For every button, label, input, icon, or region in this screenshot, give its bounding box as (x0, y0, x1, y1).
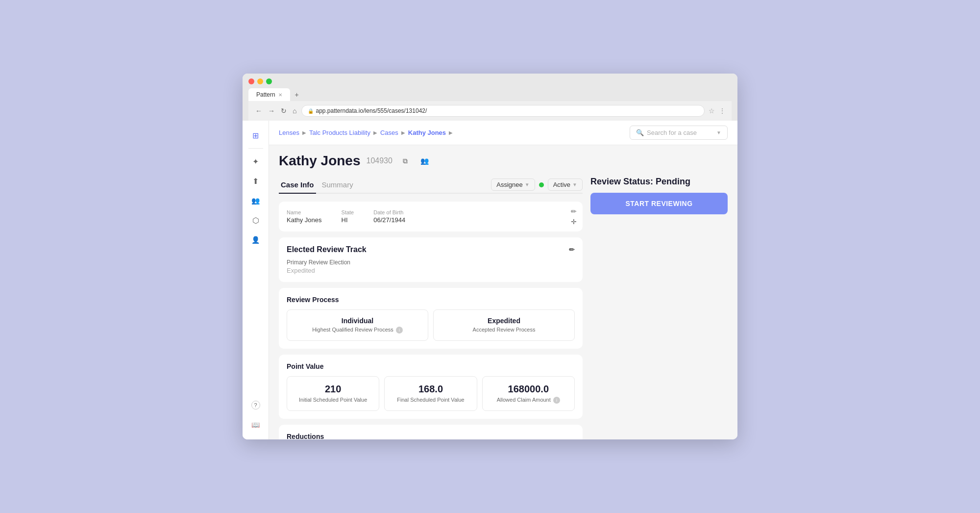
person-icon: 👤 (251, 236, 260, 244)
expedited-subtitle: Accepted Review Process (441, 327, 566, 333)
upload-icon: ⬆ (252, 177, 259, 186)
shield-icon: ⬡ (252, 216, 259, 225)
breadcrumb-sep-1: ▶ (302, 130, 306, 135)
content-split: Case Info Summary Assignee ▼ Active (279, 177, 728, 439)
breadcrumb-cases[interactable]: Cases (380, 129, 398, 136)
sidebar-icon-users[interactable]: 👥 (247, 192, 265, 209)
allowed-claim-info-icon[interactable]: i (553, 397, 560, 404)
home-button[interactable]: ⌂ (292, 107, 297, 115)
copy-icon: ⧉ (403, 157, 408, 165)
search-placeholder: Search for a case (647, 129, 697, 136)
dob-value: 06/27/1944 (373, 216, 405, 224)
breadcrumb-sep-3: ▶ (401, 130, 405, 135)
reductions-title: Reductions (287, 433, 575, 439)
status-dropdown[interactable]: Active ▼ (548, 179, 583, 191)
bookmark-icon[interactable]: ☆ (709, 107, 715, 115)
breadcrumb-talc[interactable]: Talc Products Liability (309, 129, 370, 136)
help-icon: ? (251, 401, 260, 410)
move-button[interactable]: ✛ (571, 218, 577, 226)
search-dropdown-icon: ▼ (716, 130, 721, 135)
individual-review-card: Individual Highest Qualified Review Proc… (287, 309, 428, 341)
breadcrumb-sep-2: ▶ (373, 130, 377, 135)
tab-case-info[interactable]: Case Info (279, 177, 316, 194)
individual-subtitle: Highest Qualified Review Process i (295, 327, 420, 333)
more-options-icon[interactable]: ⋮ (719, 107, 726, 115)
minimize-button[interactable] (257, 78, 263, 84)
individual-info-icon[interactable]: i (396, 327, 403, 333)
name-value: Kathy Jones (287, 216, 322, 224)
edit-patient-button[interactable]: ✏ (571, 207, 577, 215)
allowed-claim-desc: Allowed Claim Amount i (490, 397, 566, 404)
address-bar: ← → ↻ ⌂ 🔒 app.patterndata.io/lens/555/ca… (248, 101, 732, 121)
status-dot (539, 182, 544, 187)
start-reviewing-button[interactable]: START REVIEWING (590, 193, 728, 214)
edit-review-track-button[interactable]: ✏ (569, 246, 575, 254)
top-header: Lenses ▶ Talc Products Liability ▶ Cases… (269, 121, 737, 145)
allowed-claim-card: 168000.0 Allowed Claim Amount i (482, 376, 575, 411)
state-field: State HI (342, 209, 354, 224)
sidebar: ⊞ ✦ ⬆ 👥 ⬡ 👤 ? 📖 (243, 121, 269, 439)
browser-chrome: Pattern ✕ + ← → ↻ ⌂ 🔒 app.patterndata.io… (243, 74, 737, 121)
tabs: Case Info Summary Assignee ▼ Active (279, 177, 583, 194)
point-value-title: Point Value (287, 362, 575, 370)
maximize-button[interactable] (266, 78, 272, 84)
grid-icon: ⊞ (252, 131, 259, 140)
url-bar[interactable]: 🔒 app.patterndata.io/lens/555/cases/1310… (301, 105, 705, 117)
dob-label: Date of Birth (373, 209, 405, 215)
reductions-card: Reductions (279, 425, 583, 439)
state-label: State (342, 209, 354, 215)
point-value-cards: 210 Initial Scheduled Point Value 168.0 … (287, 376, 575, 411)
search-icon: 🔍 (636, 129, 644, 136)
state-value: HI (342, 216, 354, 224)
status-label: Active (553, 181, 570, 188)
initial-point-card: 210 Initial Scheduled Point Value (287, 376, 379, 411)
tab-right-controls: Assignee ▼ Active ▼ (491, 179, 583, 191)
case-number: 104930 (367, 156, 392, 165)
final-point-card: 168.0 Final Scheduled Point Value (384, 376, 477, 411)
sidebar-icon-help[interactable]: ? (247, 396, 265, 414)
individual-title: Individual (295, 317, 420, 325)
expedited-title: Expedited (441, 317, 566, 325)
left-panel: Case Info Summary Assignee ▼ Active (279, 177, 583, 439)
breadcrumb-sep-4: ▶ (449, 130, 453, 135)
window-controls (248, 78, 732, 84)
users-button[interactable]: 👥 (418, 154, 432, 168)
sidebar-icon-shield[interactable]: ⬡ (247, 211, 265, 229)
sidebar-icon-grid[interactable]: ⊞ (247, 127, 265, 144)
assignee-dropdown-icon: ▼ (525, 182, 530, 187)
breadcrumb-lenses[interactable]: Lenses (279, 129, 299, 136)
sidebar-icon-star[interactable]: ✦ (247, 153, 265, 170)
app-body: ⊞ ✦ ⬆ 👥 ⬡ 👤 ? 📖 (243, 121, 737, 439)
primary-review-value: Expedited (287, 267, 575, 274)
tab-close-icon[interactable]: ✕ (278, 92, 282, 98)
patient-info-fields: Name Kathy Jones State HI Date of Birth … (287, 209, 575, 224)
browser-window: Pattern ✕ + ← → ↻ ⌂ 🔒 app.patterndata.io… (243, 74, 737, 439)
new-tab-button[interactable]: + (292, 90, 302, 100)
sidebar-icon-book[interactable]: 📖 (247, 416, 265, 434)
breadcrumb-current[interactable]: Kathy Jones (408, 129, 446, 136)
dob-field: Date of Birth 06/27/1944 (373, 209, 405, 224)
final-point-number: 168.0 (392, 384, 468, 395)
star-icon: ✦ (252, 157, 259, 166)
main-content: Lenses ▶ Talc Products Liability ▶ Cases… (269, 121, 737, 439)
review-process-card: Review Process Individual Highest Qualif… (279, 288, 583, 349)
sidebar-icon-person[interactable]: 👤 (247, 231, 265, 249)
browser-tab[interactable]: Pattern ✕ (248, 88, 290, 101)
search-box[interactable]: 🔍 Search for a case ▼ (630, 126, 728, 140)
name-label: Name (287, 209, 322, 215)
close-button[interactable] (248, 78, 254, 84)
assignee-dropdown[interactable]: Assignee ▼ (491, 179, 535, 191)
review-process-cards: Individual Highest Qualified Review Proc… (287, 309, 575, 341)
tab-summary[interactable]: Summary (320, 177, 355, 194)
status-dropdown-icon: ▼ (572, 182, 577, 187)
review-process-title: Review Process (287, 296, 575, 304)
initial-point-desc: Initial Scheduled Point Value (295, 397, 371, 403)
refresh-button[interactable]: ↻ (280, 107, 288, 115)
back-button[interactable]: ← (254, 107, 263, 115)
copy-button[interactable]: ⧉ (398, 154, 412, 168)
breadcrumb: Lenses ▶ Talc Products Liability ▶ Cases… (279, 129, 453, 136)
forward-button[interactable]: → (267, 107, 276, 115)
sidebar-divider (248, 148, 263, 149)
sidebar-icon-upload[interactable]: ⬆ (247, 172, 265, 190)
expedited-review-card: Expedited Accepted Review Process (433, 309, 575, 341)
